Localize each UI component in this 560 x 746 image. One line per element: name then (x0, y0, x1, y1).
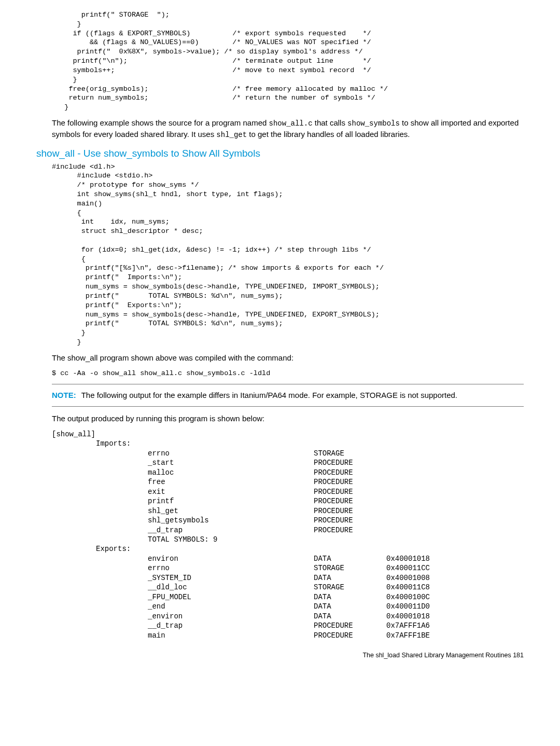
total-symbols: TOTAL SYMBOLS: 9 (52, 535, 524, 544)
inline-code: show_symbols (347, 119, 400, 128)
symbol-type: STORAGE (314, 563, 386, 573)
symbol-addr: 0x400011CC (386, 563, 464, 573)
table-row: shl_getsymbolsPROCEDURE (52, 516, 524, 525)
symbol-type: PROCEDURE (314, 468, 386, 477)
symbol-type: PROCEDURE (314, 516, 386, 525)
symbol-name: shl_getsymbols (148, 516, 314, 525)
table-row: shl_getPROCEDURE (52, 506, 524, 516)
symbol-addr: 0x40001008 (386, 573, 464, 583)
command-line: $ cc -Aa -o show_all show_all.c show_sym… (52, 369, 524, 378)
symbol-type: PROCEDURE (314, 496, 386, 506)
table-row: environDATA0x40001018 (52, 554, 524, 563)
table-row: errnoSTORAGE0x400011CC (52, 563, 524, 573)
symbol-type: PROCEDURE (314, 621, 386, 630)
symbol-type: PROCEDURE (314, 526, 386, 535)
table-row: _endDATA0x400011D0 (52, 602, 524, 611)
symbol-name: free (148, 477, 314, 487)
table-row: __d_trapPROCEDURE0x7AFFF1A6 (52, 621, 524, 630)
table-row: _startPROCEDURE (52, 458, 524, 467)
symbol-type: DATA (314, 573, 386, 583)
symbol-type: PROCEDURE (314, 631, 386, 640)
symbol-type: PROCEDURE (314, 477, 386, 487)
symbol-name: __d_trap (148, 526, 314, 535)
label: Exports: (96, 544, 131, 554)
paragraph-1: The following example shows the source f… (52, 117, 524, 141)
paragraph-3: The output produced by running this prog… (52, 413, 524, 424)
note-block: NOTE:The following output for the exampl… (52, 384, 524, 407)
symbol-name: _end (148, 602, 314, 611)
symbol-name: __d_trap (148, 621, 314, 630)
symbol-name: _environ (148, 612, 314, 621)
symbol-addr: 0x400011D0 (386, 602, 464, 611)
symbol-name: shl_get (148, 506, 314, 516)
imports-heading: Imports: (52, 439, 524, 448)
symbol-type: DATA (314, 554, 386, 563)
symbol-type: STORAGE (314, 583, 386, 592)
symbol-name: _start (148, 458, 314, 467)
symbol-name: main (148, 631, 314, 640)
symbol-type: DATA (314, 612, 386, 621)
symbol-type: PROCEDURE (314, 487, 386, 496)
text: that calls (313, 118, 348, 127)
symbol-type: DATA (314, 592, 386, 602)
table-row: errnoSTORAGE (52, 449, 524, 458)
note-text: The following output for the example dif… (81, 391, 457, 399)
symbol-addr: 0x4000100C (386, 592, 464, 602)
symbol-type: PROCEDURE (314, 506, 386, 516)
table-row: _FPU_MODELDATA0x4000100C (52, 592, 524, 602)
table-row: mallocPROCEDURE (52, 468, 524, 477)
table-row: _SYSTEM_IDDATA0x40001008 (52, 573, 524, 583)
paragraph-2: The show_all program shown above was com… (52, 352, 524, 364)
page-footer: The shl_load Shared Library Management R… (52, 652, 524, 659)
symbol-name: exit (148, 487, 314, 496)
exports-heading: Exports: (52, 544, 524, 554)
symbol-addr: 0x40001018 (386, 612, 464, 621)
symbol-addr: 0x40001018 (386, 554, 464, 563)
symbol-addr: 0x400011C8 (386, 583, 464, 592)
table-row: __dld_locSTORAGE0x400011C8 (52, 583, 524, 592)
table-row: printfPROCEDURE (52, 496, 524, 506)
symbol-addr: 0x7AFFF1BE (386, 631, 464, 640)
inline-code: shl_get (216, 131, 247, 139)
symbol-name: malloc (148, 468, 314, 477)
symbol-name: _FPU_MODEL (148, 592, 314, 602)
symbol-type: STORAGE (314, 449, 386, 458)
symbol-name: __dld_loc (148, 583, 314, 592)
table-row: mainPROCEDURE0x7AFFF1BE (52, 631, 524, 640)
symbol-type: DATA (314, 602, 386, 611)
table-row: freePROCEDURE (52, 477, 524, 487)
section-heading: show_all - Use show_symbols to Show All … (36, 148, 524, 159)
symbol-name: environ (148, 554, 314, 563)
table-row: __d_trapPROCEDURE (52, 526, 524, 535)
symbol-name: errno (148, 563, 314, 573)
code-block-2: #include <dl.h> #include <stdio.h> /* pr… (52, 162, 524, 347)
symbol-type: PROCEDURE (314, 458, 386, 467)
label: Imports: (96, 439, 131, 448)
symbol-name: errno (148, 449, 314, 458)
table-row: _environDATA0x40001018 (52, 612, 524, 621)
output-header: [show_all] (52, 430, 524, 439)
label: TOTAL SYMBOLS: 9 (148, 535, 217, 544)
table-row: exitPROCEDURE (52, 487, 524, 496)
symbol-name: _SYSTEM_ID (148, 573, 314, 583)
note-label: NOTE: (52, 391, 76, 399)
output-block: [show_all] Imports: errnoSTORAGE_startPR… (52, 430, 524, 640)
symbol-addr: 0x7AFFF1A6 (386, 621, 464, 630)
inline-code: show_all.c (269, 119, 313, 128)
text: to get the library handles of all loaded… (247, 130, 410, 139)
text: The following example shows the source f… (52, 118, 269, 127)
code-block-1: printf(" STORAGE "); } if ((flags & EXPO… (52, 10, 524, 112)
symbol-name: printf (148, 496, 314, 506)
